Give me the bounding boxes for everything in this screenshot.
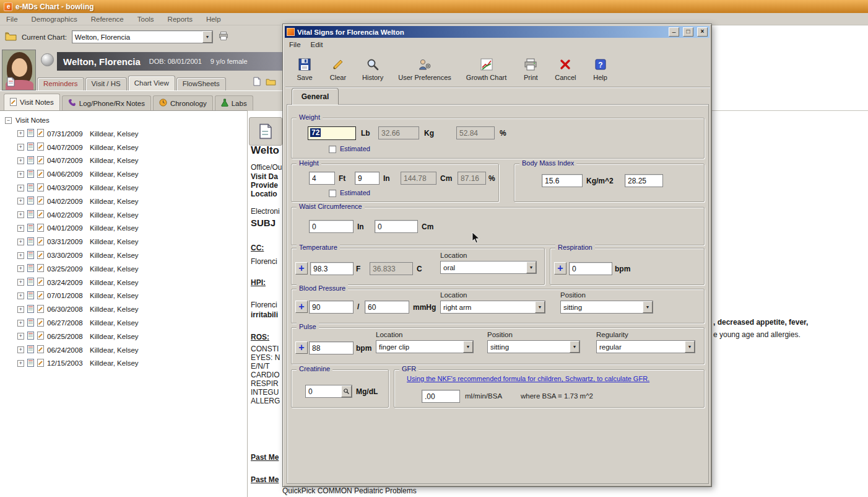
add-temperature-button[interactable]	[295, 262, 308, 275]
maximize-button[interactable]	[683, 27, 693, 37]
chevron-down-icon[interactable]	[685, 341, 695, 353]
chevron-down-icon[interactable]	[202, 31, 212, 43]
respiration-field[interactable]	[569, 262, 612, 275]
add-respiration-button[interactable]	[554, 262, 566, 275]
visit-note-row[interactable]: 04/06/2009 Killdear, Kelsey	[0, 167, 247, 181]
expand-icon[interactable]	[17, 346, 24, 353]
new-page-icon[interactable]	[253, 77, 261, 88]
visit-note-row[interactable]: 07/31/2009 Killdear, Kelsey	[0, 127, 247, 141]
waist-in-field[interactable]	[309, 220, 354, 233]
visit-note-row[interactable]: 04/07/2009 Killdear, Kelsey	[0, 154, 247, 168]
pulse-regularity-dropdown[interactable]: regular	[596, 340, 695, 353]
growth-chart-button[interactable]: Growth Chart	[466, 58, 506, 81]
menubar-item[interactable]: Reference	[91, 15, 124, 23]
weight-estimated-checkbox[interactable]	[329, 146, 336, 153]
dialog-menu-item[interactable]: Edit	[311, 41, 323, 48]
bmi-value-field[interactable]	[542, 174, 583, 187]
add-pulse-button[interactable]	[295, 341, 308, 354]
tab-general[interactable]: General	[292, 88, 339, 105]
close-button[interactable]	[697, 27, 708, 37]
tab-reminders[interactable]: Reminders	[37, 77, 84, 90]
visit-note-row[interactable]: 12/15/2003 Killdear, Kelsey	[0, 357, 247, 371]
cancel-button[interactable]: Cancel	[555, 58, 576, 81]
visit-note-row[interactable]: 04/07/2009 Killdear, Kelsey	[0, 141, 247, 154]
user-preferences-button[interactable]: User Preferences	[398, 58, 451, 81]
expand-icon[interactable]	[17, 320, 24, 327]
height-estimated-checkbox[interactable]	[329, 190, 336, 197]
expand-icon[interactable]	[17, 157, 24, 164]
chevron-down-icon[interactable]	[570, 341, 579, 353]
visit-note-row[interactable]: 04/03/2009 Killdear, Kelsey	[0, 181, 247, 195]
menubar-item[interactable]: Demographics	[32, 15, 77, 23]
expand-icon[interactable]	[17, 185, 24, 191]
tab-labs[interactable]: Labs	[215, 95, 253, 110]
chevron-down-icon[interactable]	[526, 262, 536, 273]
expand-icon[interactable]	[17, 333, 24, 340]
tab-chart-view[interactable]: Chart View	[128, 76, 175, 90]
clear-button[interactable]: Clear	[329, 58, 347, 81]
chart-folder-icon[interactable]	[5, 32, 17, 43]
dialog-menu-item[interactable]: File	[289, 41, 301, 48]
visit-note-row[interactable]: 04/02/2009 Killdear, Kelsey	[0, 195, 247, 208]
menubar-item[interactable]: Help	[206, 15, 221, 23]
history-button[interactable]: History	[362, 58, 383, 81]
pulse-position-dropdown[interactable]: sitting	[487, 340, 580, 353]
visit-note-row[interactable]: 06/24/2008 Killdear, Kelsey	[0, 343, 247, 357]
visit-note-row[interactable]: 07/01/2008 Killdear, Kelsey	[0, 289, 247, 303]
creatinine-field[interactable]: 0	[305, 385, 352, 398]
chevron-down-icon[interactable]	[463, 341, 473, 353]
menubar-item[interactable]: Reports	[168, 15, 193, 23]
visit-note-row[interactable]: 06/30/2008 Killdear, Kelsey	[0, 302, 247, 316]
chevron-down-icon[interactable]	[643, 301, 653, 313]
expand-icon[interactable]	[17, 171, 24, 178]
print-button[interactable]: Print	[521, 58, 540, 81]
temperature-f-field[interactable]	[310, 262, 354, 275]
expand-icon[interactable]	[17, 225, 24, 232]
chevron-down-icon[interactable]	[535, 301, 545, 313]
expand-icon[interactable]	[17, 144, 24, 151]
expand-icon[interactable]	[17, 292, 24, 299]
expand-icon[interactable]	[17, 239, 24, 245]
pulse-location-dropdown[interactable]: finger clip	[376, 340, 474, 353]
expand-icon[interactable]	[17, 265, 24, 272]
minimize-button[interactable]	[669, 27, 679, 37]
help-button[interactable]: ? Help	[591, 58, 610, 81]
menubar-item[interactable]: Tools	[137, 15, 154, 23]
tab-chronology[interactable]: Chronology	[153, 95, 213, 110]
visit-note-row[interactable]: 03/25/2009 Killdear, Kelsey	[0, 262, 247, 276]
visit-note-row[interactable]: 04/02/2009 Killdear, Kelsey	[0, 208, 247, 222]
expand-icon[interactable]	[17, 198, 24, 205]
tree-root-row[interactable]: Visit Notes	[0, 111, 247, 127]
visit-note-row[interactable]: 06/25/2008 Killdear, Kelsey	[0, 330, 247, 343]
tab-flowsheets[interactable]: FlowSheets	[176, 77, 226, 90]
bp-position-dropdown[interactable]: sitting	[560, 301, 653, 314]
print-chart-icon[interactable]	[218, 31, 229, 43]
collapse-icon[interactable]	[5, 117, 12, 124]
lookup-magnifier-icon[interactable]	[341, 385, 352, 397]
pulse-field[interactable]	[309, 341, 354, 354]
gfr-formula-link[interactable]: Using the NKF's recommended formula for …	[407, 375, 649, 382]
current-chart-combobox[interactable]: Welton, Florencia	[72, 30, 213, 43]
expand-icon[interactable]	[17, 211, 24, 218]
note-edit-panel[interactable]	[249, 117, 282, 146]
visit-note-row[interactable]: 03/30/2009 Killdear, Kelsey	[0, 248, 247, 262]
bmi-percentile-field[interactable]	[625, 174, 663, 187]
tab-log-phone-rx-notes[interactable]: Log/Phone/Rx Notes	[62, 95, 151, 110]
menubar-item[interactable]: File	[6, 15, 18, 23]
alerts-icon[interactable]	[6, 77, 15, 89]
dialog-titlebar[interactable]: Vital Signs for Florencia Welton	[285, 26, 710, 38]
gfr-value-field[interactable]	[422, 390, 460, 403]
expand-icon[interactable]	[17, 279, 24, 286]
expand-icon[interactable]	[17, 306, 24, 313]
height-ft-field[interactable]	[309, 172, 335, 185]
visit-note-row[interactable]: 03/24/2009 Killdear, Kelsey	[0, 276, 247, 289]
tab-visit-hs[interactable]: Visit / HS	[85, 77, 127, 90]
height-in-field[interactable]	[355, 172, 380, 185]
patient-sphere-icon[interactable]	[41, 53, 54, 66]
expand-icon[interactable]	[17, 360, 24, 367]
tab-visit-notes[interactable]: Visit Notes	[4, 94, 60, 110]
bp-location-dropdown[interactable]: right arm	[440, 301, 545, 314]
visit-note-row[interactable]: 04/01/2009 Killdear, Kelsey	[0, 222, 247, 235]
visit-note-row[interactable]: 06/27/2008 Killdear, Kelsey	[0, 316, 247, 330]
add-blood-pressure-button[interactable]	[295, 301, 308, 313]
